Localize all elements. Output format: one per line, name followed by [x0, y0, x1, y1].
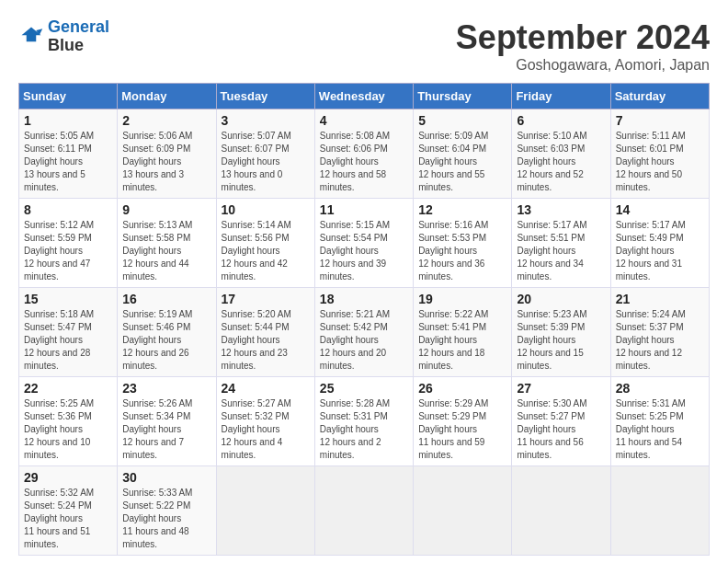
calendar-table: SundayMondayTuesdayWednesdayThursdayFrid… — [18, 83, 710, 556]
calendar-cell: 14Sunrise: 5:17 AMSunset: 5:49 PMDayligh… — [610, 199, 709, 288]
day-number: 1 — [24, 113, 112, 128]
day-number: 14 — [616, 202, 704, 217]
day-number: 17 — [222, 292, 310, 306]
calendar-cell: 21Sunrise: 5:24 AMSunset: 5:37 PMDayligh… — [610, 288, 709, 377]
day-number: 16 — [122, 292, 210, 306]
calendar-cell: 4Sunrise: 5:08 AMSunset: 6:06 PMDaylight… — [314, 109, 413, 199]
column-header-wednesday: Wednesday — [314, 84, 413, 109]
day-number: 29 — [24, 470, 112, 485]
cell-content: Sunrise: 5:23 AMSunset: 5:39 PMDaylight … — [517, 308, 605, 373]
calendar-cell: 5Sunrise: 5:09 AMSunset: 6:04 PMDaylight… — [414, 109, 512, 199]
day-number: 7 — [616, 113, 704, 128]
svg-marker-0 — [22, 27, 41, 41]
location: Goshogawara, Aomori, Japan — [456, 57, 710, 74]
cell-content: Sunrise: 5:17 AMSunset: 5:51 PMDaylight … — [517, 219, 605, 283]
calendar-cell: 19Sunrise: 5:22 AMSunset: 5:41 PMDayligh… — [414, 288, 512, 377]
calendar-cell: 7Sunrise: 5:11 AMSunset: 6:01 PMDaylight… — [610, 109, 709, 199]
day-number: 27 — [517, 381, 605, 396]
calendar-cell: 13Sunrise: 5:17 AMSunset: 5:51 PMDayligh… — [512, 199, 610, 288]
cell-content: Sunrise: 5:26 AMSunset: 5:34 PMDaylight … — [122, 397, 210, 462]
calendar-cell: 17Sunrise: 5:20 AMSunset: 5:44 PMDayligh… — [216, 288, 314, 377]
day-number: 21 — [616, 292, 704, 306]
calendar-cell — [512, 466, 610, 556]
logo-icon — [18, 24, 44, 50]
cell-content: Sunrise: 5:27 AMSunset: 5:32 PMDaylight … — [222, 397, 310, 462]
cell-content: Sunrise: 5:30 AMSunset: 5:27 PMDaylight … — [517, 397, 605, 462]
day-number: 15 — [24, 292, 112, 306]
calendar-cell: 24Sunrise: 5:27 AMSunset: 5:32 PMDayligh… — [216, 377, 314, 466]
cell-content: Sunrise: 5:17 AMSunset: 5:49 PMDaylight … — [616, 219, 704, 283]
calendar-cell — [610, 466, 709, 556]
calendar-cell: 9Sunrise: 5:13 AMSunset: 5:58 PMDaylight… — [118, 199, 216, 288]
month-title: September 2024 — [456, 18, 710, 57]
day-number: 25 — [320, 381, 408, 396]
day-number: 18 — [320, 292, 408, 306]
day-number: 5 — [418, 113, 506, 128]
calendar-week-row: 29Sunrise: 5:32 AMSunset: 5:24 PMDayligh… — [19, 466, 710, 556]
cell-content: Sunrise: 5:32 AMSunset: 5:24 PMDaylight … — [24, 487, 112, 551]
calendar-cell: 15Sunrise: 5:18 AMSunset: 5:47 PMDayligh… — [19, 288, 118, 377]
cell-content: Sunrise: 5:06 AMSunset: 6:09 PMDaylight … — [122, 130, 210, 194]
calendar-cell — [414, 466, 512, 556]
day-number: 13 — [517, 202, 605, 217]
logo-text: GeneralBlue — [48, 18, 109, 55]
cell-content: Sunrise: 5:08 AMSunset: 6:06 PMDaylight … — [320, 130, 408, 194]
day-number: 12 — [418, 202, 506, 217]
calendar-cell: 23Sunrise: 5:26 AMSunset: 5:34 PMDayligh… — [118, 377, 216, 466]
calendar-cell — [314, 466, 413, 556]
day-number: 3 — [222, 113, 310, 128]
cell-content: Sunrise: 5:33 AMSunset: 5:22 PMDaylight … — [122, 487, 210, 551]
day-number: 22 — [24, 381, 112, 396]
cell-content: Sunrise: 5:18 AMSunset: 5:47 PMDaylight … — [24, 308, 112, 373]
cell-content: Sunrise: 5:05 AMSunset: 6:11 PMDaylight … — [24, 130, 112, 194]
column-header-monday: Monday — [118, 84, 216, 109]
day-number: 9 — [122, 202, 210, 217]
cell-content: Sunrise: 5:19 AMSunset: 5:46 PMDaylight … — [122, 308, 210, 373]
cell-content: Sunrise: 5:11 AMSunset: 6:01 PMDaylight … — [616, 130, 704, 194]
calendar-header-row: SundayMondayTuesdayWednesdayThursdayFrid… — [19, 84, 710, 109]
cell-content: Sunrise: 5:13 AMSunset: 5:58 PMDaylight … — [122, 219, 210, 283]
logo: GeneralBlue — [18, 18, 109, 55]
column-header-tuesday: Tuesday — [216, 84, 314, 109]
cell-content: Sunrise: 5:25 AMSunset: 5:36 PMDaylight … — [24, 397, 112, 462]
cell-content: Sunrise: 5:10 AMSunset: 6:03 PMDaylight … — [517, 130, 605, 194]
calendar-cell: 18Sunrise: 5:21 AMSunset: 5:42 PMDayligh… — [314, 288, 413, 377]
day-number: 4 — [320, 113, 408, 128]
day-number: 2 — [122, 113, 210, 128]
cell-content: Sunrise: 5:29 AMSunset: 5:29 PMDaylight … — [418, 397, 506, 462]
day-number: 23 — [122, 381, 210, 396]
cell-content: Sunrise: 5:22 AMSunset: 5:41 PMDaylight … — [418, 308, 506, 373]
calendar-cell: 20Sunrise: 5:23 AMSunset: 5:39 PMDayligh… — [512, 288, 610, 377]
cell-content: Sunrise: 5:28 AMSunset: 5:31 PMDaylight … — [320, 397, 408, 462]
calendar-cell: 28Sunrise: 5:31 AMSunset: 5:25 PMDayligh… — [610, 377, 709, 466]
page-header: GeneralBlue September 2024 Goshogawara, … — [18, 18, 710, 74]
column-header-sunday: Sunday — [19, 84, 118, 109]
day-number: 8 — [24, 202, 112, 217]
day-number: 11 — [320, 202, 408, 217]
calendar-week-row: 22Sunrise: 5:25 AMSunset: 5:36 PMDayligh… — [19, 377, 710, 466]
cell-content: Sunrise: 5:12 AMSunset: 5:59 PMDaylight … — [24, 219, 112, 283]
day-number: 28 — [616, 381, 704, 396]
cell-content: Sunrise: 5:20 AMSunset: 5:44 PMDaylight … — [222, 308, 310, 373]
calendar-cell: 22Sunrise: 5:25 AMSunset: 5:36 PMDayligh… — [19, 377, 118, 466]
calendar-week-row: 15Sunrise: 5:18 AMSunset: 5:47 PMDayligh… — [19, 288, 710, 377]
column-header-friday: Friday — [512, 84, 610, 109]
cell-content: Sunrise: 5:14 AMSunset: 5:56 PMDaylight … — [222, 219, 310, 283]
calendar-week-row: 1Sunrise: 5:05 AMSunset: 6:11 PMDaylight… — [19, 109, 710, 199]
day-number: 20 — [517, 292, 605, 306]
calendar-cell: 16Sunrise: 5:19 AMSunset: 5:46 PMDayligh… — [118, 288, 216, 377]
day-number: 19 — [418, 292, 506, 306]
calendar-cell: 6Sunrise: 5:10 AMSunset: 6:03 PMDaylight… — [512, 109, 610, 199]
column-header-thursday: Thursday — [414, 84, 512, 109]
calendar-cell: 29Sunrise: 5:32 AMSunset: 5:24 PMDayligh… — [19, 466, 118, 556]
day-number: 24 — [222, 381, 310, 396]
cell-content: Sunrise: 5:24 AMSunset: 5:37 PMDaylight … — [616, 308, 704, 373]
calendar-cell: 2Sunrise: 5:06 AMSunset: 6:09 PMDaylight… — [118, 109, 216, 199]
cell-content: Sunrise: 5:31 AMSunset: 5:25 PMDaylight … — [616, 397, 704, 462]
day-number: 26 — [418, 381, 506, 396]
title-block: September 2024 Goshogawara, Aomori, Japa… — [456, 18, 710, 74]
calendar-cell: 26Sunrise: 5:29 AMSunset: 5:29 PMDayligh… — [414, 377, 512, 466]
calendar-cell: 12Sunrise: 5:16 AMSunset: 5:53 PMDayligh… — [414, 199, 512, 288]
cell-content: Sunrise: 5:21 AMSunset: 5:42 PMDaylight … — [320, 308, 408, 373]
cell-content: Sunrise: 5:07 AMSunset: 6:07 PMDaylight … — [222, 130, 310, 194]
